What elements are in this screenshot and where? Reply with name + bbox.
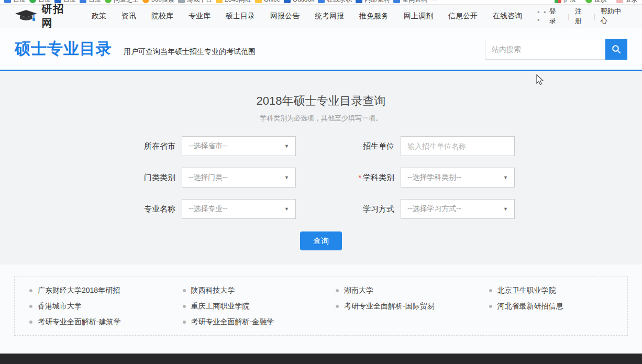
bookmark-icon (393, 0, 400, 3)
field-major: 专业名称 --选择专业-- ▼ (127, 199, 296, 219)
related-link[interactable]: 考研专业全面解析-建筑学 (29, 314, 168, 330)
nav-item-online-adjustment[interactable]: 网上调剂 (404, 12, 433, 21)
bookmark-icon (178, 0, 185, 3)
login-link[interactable]: 登录 (549, 7, 563, 26)
related-link[interactable]: 湖南大学 (336, 283, 474, 299)
bookmark-icon (105, 0, 112, 3)
discipline-select[interactable]: --选择学科类别-- ▼ (401, 168, 515, 187)
chevron-down-icon: ▼ (503, 175, 508, 180)
bookmark-item[interactable]: Office (255, 0, 280, 3)
site-search (485, 39, 627, 60)
bookmark-label: 扩展 (563, 0, 576, 4)
chevron-down-icon: ▼ (284, 175, 289, 180)
bookmark-icon (216, 0, 223, 3)
links-column: 北京卫生职业学院 河北省最新研招信息 (474, 283, 628, 335)
bookmark-label: 登录 (625, 0, 638, 4)
related-link[interactable]: 考研专业全面解析-国际贸易 (336, 299, 474, 314)
bookmark-item[interactable]: 问道之王 (105, 0, 139, 4)
bullet-icon (336, 305, 339, 308)
select-value: --选择学科类别-- (407, 173, 461, 182)
bookmark-label: 在线求职 (327, 0, 352, 4)
field-province: 所在省市 --选择省市-- ▼ (127, 136, 296, 156)
login-icon (616, 0, 623, 3)
related-link[interactable]: 重庆工商职业学院 (183, 299, 322, 314)
bookmark-item[interactable]: 内部竞聘 (356, 0, 390, 4)
form-row: 专业名称 --选择专业-- ▼ 学习方式 --选择学习方式-- ▼ (0, 199, 642, 219)
form-row: 所在省市 --选择省市-- ▼ 招生单位 (0, 136, 642, 156)
bookmark-item[interactable]: 游戏平台 (178, 0, 212, 4)
select-value: --选择专业-- (189, 204, 228, 214)
bookmark-overflow[interactable]: ··· (431, 0, 437, 3)
field-label: *学科类别 (346, 173, 394, 183)
related-link[interactable]: 考研专业全面解析-金融学 (183, 314, 322, 330)
main-content: 2018年硕士专业目录查询 学科类别为必选项，其他至少填写一项。 所在省市 --… (0, 71, 642, 354)
footer-band (0, 354, 642, 364)
related-link[interactable]: 北京卫生职业学院 (489, 283, 628, 299)
site-logo[interactable]: 研招网 (15, 2, 76, 30)
bookmark-icon (80, 0, 86, 3)
extensions-icon (555, 0, 561, 3)
bullet-icon (183, 321, 186, 324)
bullet-icon (183, 305, 186, 308)
links-column: 陕西科技大学 重庆工商职业学院 考研专业全面解析-金融学 (168, 283, 322, 335)
site-name: 研招网 (42, 2, 76, 30)
bookmark-icon (356, 0, 362, 3)
query-submit-button[interactable]: 查询 (300, 231, 342, 250)
register-link[interactable]: 注册 (575, 7, 589, 26)
province-select[interactable]: --选择省市-- ▼ (182, 136, 296, 156)
study-mode-select[interactable]: --选择学习方式-- ▼ (401, 199, 515, 219)
browser-extensions-button[interactable]: 扩展 (555, 0, 576, 4)
field-study-mode: 学习方式 --选择学习方式-- ▼ (346, 199, 515, 219)
related-link[interactable]: 陕西科技大学 (183, 283, 322, 299)
search-button[interactable] (605, 39, 627, 60)
nav-item-news[interactable]: 资讯 (121, 12, 136, 21)
bookmark-icon (255, 0, 262, 3)
browser-skin-button[interactable]: 皮肤 (585, 0, 607, 4)
nav-item-college-library[interactable]: 院校库 (151, 12, 173, 21)
bullet-icon (29, 321, 32, 324)
related-link[interactable]: 河北省最新研招信息 (489, 299, 628, 314)
nav-item-online-announcement[interactable]: 网报公告 (270, 12, 300, 21)
search-input[interactable] (485, 39, 605, 60)
related-link[interactable]: 广东财经大学2018年研招 (29, 283, 168, 299)
chevron-down-icon: ▼ (503, 206, 508, 212)
bookmark-item[interactable]: Outlook (284, 0, 314, 3)
nav-item-policy[interactable]: 政策 (92, 12, 106, 21)
bookmark-item[interactable]: 全网直聘 (393, 0, 427, 4)
chevron-down-icon: ▼ (284, 206, 289, 212)
main-navbar: 研招网 政策 资讯 院校库 专业库 硕士目录 网报公告 统考网报 推免服务 网上… (0, 5, 642, 28)
bookmark-item[interactable]: 在线求职 (318, 0, 352, 4)
nav-item-unified-exam[interactable]: 统考网报 (315, 12, 344, 21)
nav-more-button[interactable]: • • • (537, 8, 549, 24)
bookmark-label: 皮肤 (594, 0, 607, 4)
admission-unit-input[interactable] (401, 136, 515, 156)
bookmark-item[interactable]: 360搜索 (142, 0, 174, 4)
chevron-down-icon: ▼ (284, 144, 289, 149)
select-value: --选择门类-- (189, 173, 228, 182)
bookmark-label: Outlook (293, 0, 314, 3)
field-label: 学习方式 (346, 204, 394, 214)
bullet-icon (489, 305, 492, 308)
help-center-link[interactable]: 帮助中心 (601, 7, 627, 26)
bookmark-item[interactable]: 百度 (80, 0, 101, 4)
links-column: 湖南大学 考研专业全面解析-国际贸易 (321, 283, 474, 335)
graduation-cap-icon (15, 9, 38, 23)
bookmark-label: 全网直聘 (402, 0, 427, 4)
major-select[interactable]: --选择专业-- ▼ (182, 199, 296, 219)
nav-item-online-consult[interactable]: 在线咨询 (493, 12, 522, 21)
browser-bookmarks-strip: 百度 百度 百度 百度 问道之王 360搜索 游戏平台 2345网址 Offic… (0, 0, 642, 5)
bookmark-label: 内部竞聘 (364, 0, 390, 4)
bookmark-label: 360搜索 (151, 0, 174, 4)
category-select[interactable]: --选择门类-- ▼ (182, 168, 296, 187)
nav-item-info-disclosure[interactable]: 信息公开 (448, 12, 478, 21)
select-value: --选择学习方式-- (407, 204, 461, 214)
field-label: 专业名称 (127, 204, 175, 214)
form-row: 门类类别 --选择门类-- ▼ *学科类别 --选择学科类别-- ▼ (0, 168, 642, 187)
nav-item-master-catalog[interactable]: 硕士目录 (226, 12, 255, 21)
related-link[interactable]: 香港城市大学 (29, 299, 168, 314)
browser-login-button[interactable]: 登录 (616, 0, 638, 4)
nav-item-exempt-service[interactable]: 推免服务 (359, 12, 389, 21)
bookmark-item[interactable]: 2345网址 (216, 0, 251, 4)
bullet-icon (183, 289, 186, 292)
nav-item-major-library[interactable]: 专业库 (189, 12, 211, 21)
